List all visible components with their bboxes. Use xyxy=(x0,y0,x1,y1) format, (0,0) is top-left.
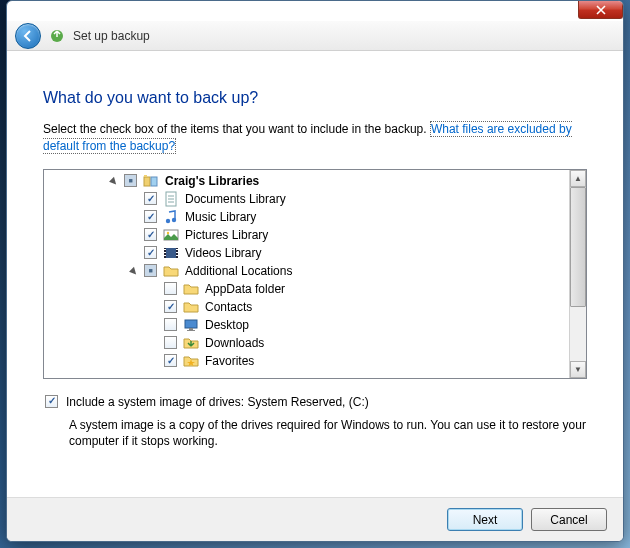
tree-checkbox[interactable] xyxy=(144,264,157,277)
tree-row[interactable]: Craig's Libraries xyxy=(44,172,569,190)
svg-rect-23 xyxy=(187,330,195,331)
backup-app-icon xyxy=(49,28,65,44)
doc-icon xyxy=(163,191,179,207)
scroll-track[interactable] xyxy=(570,187,586,361)
svg-rect-2 xyxy=(151,177,157,186)
scroll-up-button[interactable]: ▲ xyxy=(570,170,586,187)
libraries-icon xyxy=(143,173,159,189)
folder-icon xyxy=(183,281,199,297)
tree-checkbox[interactable] xyxy=(124,174,137,187)
tree-checkbox[interactable] xyxy=(144,192,157,205)
svg-point-11 xyxy=(167,231,169,233)
tree-checkbox[interactable] xyxy=(144,228,157,241)
pic-icon xyxy=(163,227,179,243)
tree-row[interactable]: AppData folder xyxy=(44,280,569,298)
content-area: What do you want to back up? Select the … xyxy=(7,51,623,450)
tree-item-label: Pictures Library xyxy=(183,228,268,242)
tree-row[interactable]: Documents Library xyxy=(44,190,569,208)
close-button[interactable] xyxy=(578,1,623,19)
expander-spacer xyxy=(148,319,160,331)
svg-rect-15 xyxy=(164,249,166,250)
back-arrow-icon xyxy=(21,29,35,43)
expander-spacer xyxy=(148,337,160,349)
tree-row[interactable]: Desktop xyxy=(44,316,569,334)
svg-rect-17 xyxy=(164,255,166,256)
system-image-label: Include a system image of drives: System… xyxy=(66,395,369,409)
cancel-button[interactable]: Cancel xyxy=(531,508,607,531)
page-heading: What do you want to back up? xyxy=(43,89,587,107)
tree-item-label: Videos Library xyxy=(183,246,262,260)
system-image-row: Include a system image of drives: System… xyxy=(43,395,587,409)
expander-collapse-icon[interactable] xyxy=(106,172,123,189)
music-icon xyxy=(163,209,179,225)
svg-point-9 xyxy=(172,217,176,221)
tree-item-label: Downloads xyxy=(203,336,264,350)
tree-item-label: Additional Locations xyxy=(183,264,292,278)
folder-icon xyxy=(183,299,199,315)
tree-row[interactable]: Music Library xyxy=(44,208,569,226)
expander-spacer xyxy=(148,301,160,313)
expander-spacer xyxy=(148,283,160,295)
expander-spacer xyxy=(128,211,140,223)
svg-rect-20 xyxy=(176,255,178,256)
svg-rect-19 xyxy=(176,252,178,253)
scrollbar[interactable]: ▲ ▼ xyxy=(569,170,586,378)
close-icon xyxy=(596,5,606,15)
tree-row[interactable]: Favorites xyxy=(44,352,569,370)
expander-spacer xyxy=(128,193,140,205)
instruction-text: Select the check box of the items that y… xyxy=(43,121,587,155)
tree-box: Craig's LibrariesDocuments LibraryMusic … xyxy=(43,169,587,379)
tree-item-label: Craig's Libraries xyxy=(163,174,259,188)
svg-rect-22 xyxy=(189,328,193,330)
tree-item-label: Music Library xyxy=(183,210,256,224)
svg-rect-1 xyxy=(144,177,150,186)
tree-row[interactable]: Downloads xyxy=(44,334,569,352)
expander-collapse-icon[interactable] xyxy=(126,262,143,279)
fav-icon xyxy=(183,353,199,369)
tree-checkbox[interactable] xyxy=(164,336,177,349)
svg-rect-12 xyxy=(164,248,178,258)
instruction-label: Select the check box of the items that y… xyxy=(43,122,430,136)
svg-rect-21 xyxy=(185,320,197,328)
svg-rect-3 xyxy=(144,175,147,177)
desktop-icon xyxy=(183,317,199,333)
tree-checkbox[interactable] xyxy=(164,300,177,313)
tree-row[interactable]: Contacts xyxy=(44,298,569,316)
tree-checkbox[interactable] xyxy=(164,282,177,295)
scroll-thumb[interactable] xyxy=(570,187,586,307)
system-image-checkbox[interactable] xyxy=(45,395,58,408)
tree-item-label: AppData folder xyxy=(203,282,285,296)
system-image-description: A system image is a copy of the drives r… xyxy=(69,417,587,451)
tree-item-label: Desktop xyxy=(203,318,249,332)
tree-item-label: Contacts xyxy=(203,300,252,314)
video-icon xyxy=(163,245,179,261)
expander-spacer xyxy=(148,355,160,367)
expander-spacer xyxy=(128,229,140,241)
nav-title: Set up backup xyxy=(73,29,150,43)
expander-spacer xyxy=(128,247,140,259)
back-button[interactable] xyxy=(15,23,41,49)
tree-list[interactable]: Craig's LibrariesDocuments LibraryMusic … xyxy=(44,170,569,378)
next-button[interactable]: Next xyxy=(447,508,523,531)
svg-rect-18 xyxy=(176,249,178,250)
svg-point-8 xyxy=(166,218,170,222)
scroll-down-button[interactable]: ▼ xyxy=(570,361,586,378)
footer: Next Cancel xyxy=(7,497,623,541)
tree-row[interactable]: Additional Locations xyxy=(44,262,569,280)
titlebar xyxy=(7,1,623,21)
window: Set up backup What do you want to back u… xyxy=(6,0,624,542)
tree-item-label: Favorites xyxy=(203,354,254,368)
tree-checkbox[interactable] xyxy=(164,318,177,331)
tree-row[interactable]: Pictures Library xyxy=(44,226,569,244)
svg-rect-16 xyxy=(164,252,166,253)
navbar: Set up backup xyxy=(7,21,623,51)
tree-row[interactable]: Videos Library xyxy=(44,244,569,262)
downloads-icon xyxy=(183,335,199,351)
tree-checkbox[interactable] xyxy=(144,246,157,259)
tree-checkbox[interactable] xyxy=(144,210,157,223)
folder-icon xyxy=(163,263,179,279)
tree-checkbox[interactable] xyxy=(164,354,177,367)
tree-item-label: Documents Library xyxy=(183,192,286,206)
